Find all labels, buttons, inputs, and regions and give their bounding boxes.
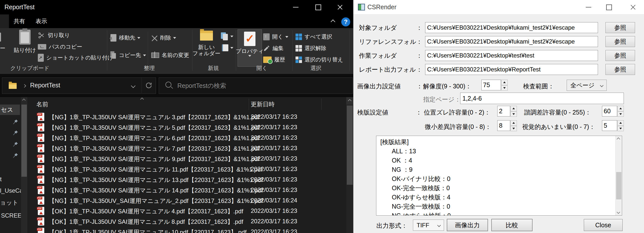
spin-up-button[interactable] [618,120,624,126]
cut-button[interactable]: 切り取り [38,31,70,40]
history-button[interactable]: 履歴 [263,56,285,64]
compare-button[interactable]: 比較 [492,219,532,231]
position-tolerance-input[interactable] [497,106,510,117]
collapse-ribbon-button[interactable] [328,17,338,26]
minimize-button[interactable] [286,0,306,15]
folder-label: 対象フォルダ [359,24,416,32]
browse-button[interactable]: 参照 [606,50,635,61]
delete-button[interactable]: 削除 [151,34,176,42]
spin-up-button[interactable] [510,106,517,111]
open-group-label: 開く [247,65,277,72]
resolution-input[interactable] [481,80,501,90]
window-title: ReportTest [4,4,34,11]
browse-button[interactable]: 参照 [606,64,635,75]
scroll-up-button[interactable] [346,97,353,105]
move-to-button[interactable]: 移動先 [110,34,140,42]
group-separator [349,30,350,71]
minimize-icon [293,7,298,8]
open-button[interactable]: 開く [263,33,288,41]
browse-button[interactable]: 参照 [606,36,635,47]
pdf-file-icon [38,123,44,131]
pages-input[interactable] [460,93,624,104]
file-row[interactable]: 【NG】1章_TP-JL350UV SAI運用マニュアル 5.pdf【22031… [0,122,346,132]
copy-path-button[interactable]: \... パスのコピー [38,43,82,51]
select-none-icon [296,45,302,52]
column-header-name[interactable]: 名前 [36,97,48,112]
tab-share[interactable]: 共有 [8,15,30,28]
close-dialog-button[interactable]: Close [584,219,622,231]
file-date: 2022/03/17 16:23 [251,134,297,141]
close-button[interactable] [330,0,350,15]
spin-down-button[interactable] [510,112,517,117]
select-all-button[interactable]: すべて選択 [296,33,332,41]
maximize-icon [606,5,612,10]
folder-path-input[interactable] [425,22,598,33]
spin-up-button[interactable] [510,120,517,126]
help-button[interactable]: ? [341,18,350,26]
search-box[interactable]: ReportTestの検索 [159,77,353,94]
spin-up-button[interactable] [618,106,624,111]
file-date: 2022/03/17 16:23 [251,155,297,162]
visual-fuzziness-input[interactable] [602,120,617,131]
new-item-button[interactable] [221,32,233,41]
file-list-scrollbar[interactable] [346,97,353,233]
spin-up-button[interactable] [501,80,508,85]
tone-tolerance-input[interactable] [602,106,617,117]
spin-down-button[interactable] [618,126,624,131]
paste-shortcut-button[interactable]: ショートカットの貼り付け [38,54,113,62]
tab-view[interactable]: 表示 [30,15,52,28]
address-dropdown-icon[interactable] [131,83,135,88]
column-separator[interactable] [322,99,322,110]
file-row[interactable]: 【NG】1章_TP-JL350UV SAI運用マニュアル 3.pdf【22031… [0,112,346,122]
format-dropdown[interactable]: TIFF [413,219,444,231]
folder-colon: ： [416,66,425,74]
close-button[interactable] [623,0,643,15]
file-row[interactable]: 【OK】1章_TP-JL350UV SAI運用マニュアル 10.pdf【2203… [0,226,346,233]
results-scrollbar[interactable] [616,136,622,215]
file-name: 【NG】1章_TP-JL350UV SAI運用マニュアル 13.pdf【2203… [49,176,263,184]
scope-dropdown[interactable]: 全ページ [567,80,607,91]
easy-access-button[interactable] [222,44,233,52]
file-row[interactable]: 【OK】1章_TP-JL350UV SAI運用マニュアル 8.pdf【22031… [0,216,346,226]
scrollbar-thumb[interactable] [347,106,353,185]
file-row[interactable]: 【NG】1章_TP-JL350UV SAI運用マニュアル 13.pdf【2203… [0,174,346,185]
file-row[interactable]: 【NG】1章_TP-JL350UV SAI運用マニュアル 14.pdf【2203… [0,185,346,195]
file-row[interactable]: 【NG】1章_TP-JL350UV SAI運用マニュアル 6.pdf【22031… [0,132,346,143]
image-output-button[interactable]: 画像出力 [447,219,488,231]
folder-path-input[interactable] [425,64,598,75]
file-row[interactable]: 【NG】1章_TP-JL350UV SAI運用マニュアル 7.pdf【22031… [0,143,346,153]
spin-down-button[interactable] [510,126,517,131]
invert-selection-button[interactable]: 選択の切り替え [296,56,343,64]
file-tab-stub[interactable] [0,15,9,28]
select-none-button[interactable]: 選択解除 [296,44,326,53]
file-name: 【OK】1章_TP-JL350UV SAI運用マニュアル 4.pdf【22031… [49,207,243,215]
result-line: NG-ゆすらせ検版：0 [380,211,614,215]
refresh-button[interactable] [142,78,156,93]
paste-button[interactable]: 貼り付け [12,30,38,67]
column-separator[interactable] [249,99,249,110]
edit-button[interactable]: 編集 [263,44,284,53]
maximize-button[interactable] [599,0,619,15]
scrollbar-thumb[interactable] [616,172,621,199]
address-row: ReportTest ReportTestの検索 [0,74,353,97]
address-bar[interactable]: ReportTest [2,77,156,94]
spin-down-button[interactable] [618,112,624,117]
file-row[interactable]: 【NG】1章_TP-JL350UV_SAI運用マニュアル_2.pdf【22031… [0,195,346,206]
column-header-date[interactable]: 更新日時 [251,97,274,112]
properties-button[interactable]: プロパティ [238,29,262,67]
folder-path-input[interactable] [425,50,598,61]
visual-fuzziness-label: 視覚的あいまい量(0 - 7)： [522,123,595,131]
maximize-button[interactable] [308,0,328,15]
browse-button[interactable]: 参照 [606,22,635,33]
copy-to-button[interactable]: コピー先 [110,51,146,60]
new-folder-button[interactable]: 新しい フォルダー [194,31,220,67]
micro-diff-tolerance-input[interactable] [497,120,510,131]
rename-button[interactable]: 名前の変更 [151,51,189,60]
file-row[interactable]: 【NG】1章_TP-JL350UV SAI運用マニュアル 11.pdf【2203… [0,164,346,174]
file-row[interactable]: 【OK】1章_TP-JL350UV SAI運用マニュアル 4.pdf【22031… [0,206,346,216]
folder-path-input[interactable] [425,36,598,47]
spin-down-button[interactable] [501,85,508,91]
minimize-button[interactable] [578,0,598,15]
copy-button[interactable]: コピー [0,30,10,67]
file-row[interactable]: 【NG】1章_TP-JL350UV SAI運用マニュアル 9.pdf【22031… [0,153,346,164]
